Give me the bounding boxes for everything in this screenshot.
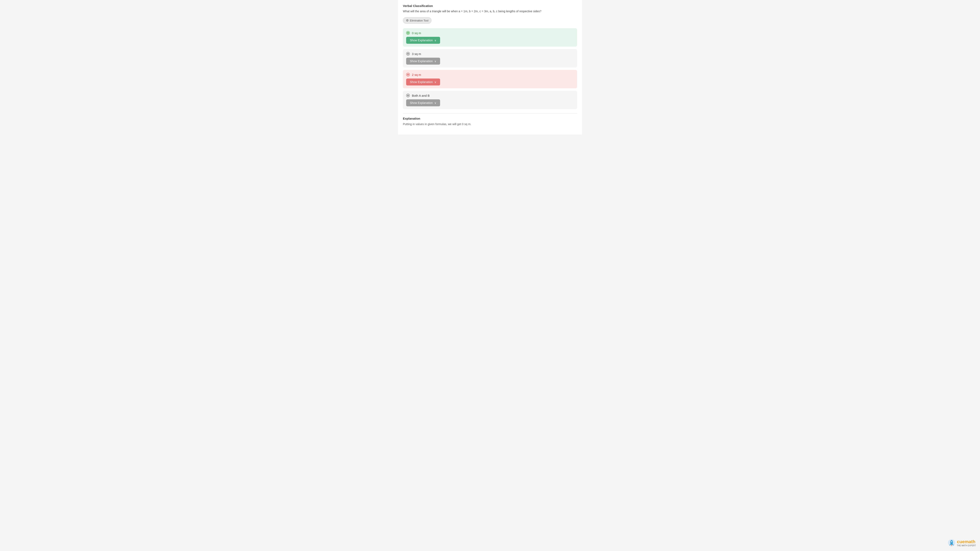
answer-option-neutral-both: Both A and B Show Explanation ∨	[403, 91, 577, 109]
option-label-2: 2 sq m	[412, 73, 421, 76]
radio-neutral-both	[406, 94, 410, 97]
chevron-down-icon-both: ∨	[434, 102, 436, 105]
show-explanation-button-3[interactable]: Show Explanation ∨	[406, 58, 440, 65]
option-row-correct: 0 sq m	[406, 31, 574, 35]
elimination-tool-label: Elimination Tool	[410, 19, 428, 22]
explanation-section: Explanation Putting in values in given f…	[403, 113, 577, 126]
option-label-3: 3 sq m	[412, 52, 421, 56]
radio-incorrect	[406, 73, 410, 76]
radio-correct	[406, 31, 410, 35]
explanation-text: Putting in values in given formulas, we …	[403, 122, 577, 126]
show-explanation-button-both[interactable]: Show Explanation ∨	[406, 99, 440, 106]
answer-option-incorrect: 2 sq m Show Explanation ∨	[403, 70, 577, 88]
question-text: What will the area of a triangle will be…	[403, 9, 577, 13]
show-explanation-button-2[interactable]: Show Explanation ∨	[406, 78, 440, 86]
page-container: Verbal Classification What will the area…	[398, 0, 582, 135]
section-title: Verbal Classification	[403, 4, 577, 8]
show-explanation-label-2: Show Explanation	[410, 80, 433, 84]
radio-neutral-3	[406, 52, 410, 56]
chevron-down-icon-3: ∨	[434, 60, 436, 63]
option-row-both: Both A and B	[406, 94, 574, 97]
explanation-title: Explanation	[403, 117, 577, 120]
option-row-3: 3 sq m	[406, 52, 574, 56]
show-explanation-label-3: Show Explanation	[410, 59, 433, 63]
show-explanation-label-0: Show Explanation	[410, 39, 433, 42]
option-label-both: Both A and B	[412, 94, 430, 97]
chevron-down-icon-2: ∨	[434, 81, 436, 84]
elimination-tool-icon: ⚙	[406, 19, 409, 22]
show-explanation-label-both: Show Explanation	[410, 101, 433, 105]
answer-option-neutral-3: 3 sq m Show Explanation ∨	[403, 49, 577, 67]
option-row-2: 2 sq m	[406, 73, 574, 76]
chevron-down-icon-0: ∨	[434, 39, 436, 42]
answer-option-correct: 0 sq m Show Explanation ∨	[403, 28, 577, 47]
show-explanation-button-0[interactable]: Show Explanation ∨	[406, 37, 440, 44]
option-label-0: 0 sq m	[412, 31, 421, 35]
elimination-tool-button[interactable]: ⚙ Elimination Tool	[403, 17, 431, 24]
